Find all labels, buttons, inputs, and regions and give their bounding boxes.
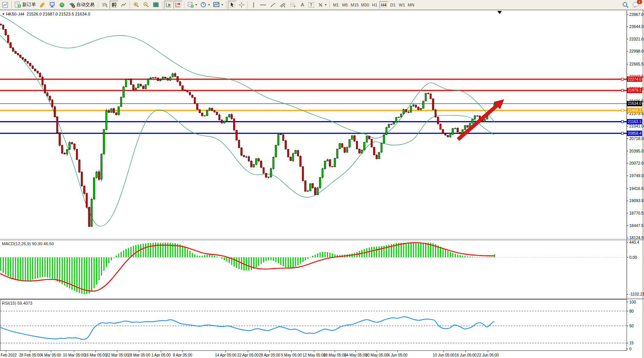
line-chart-button[interactable] [119,1,128,9]
candle-body [359,149,360,153]
candle-body [46,93,48,96]
candle-body [209,108,210,111]
price-tick-label: 19093.5 [629,198,644,203]
candle-body [56,117,58,132]
time-axis-label: 28 Mar 05:00 [128,353,150,357]
candle-body [54,107,56,117]
candle-body [317,188,318,195]
candle-body [10,43,11,48]
candle-body [331,167,333,167]
tf-button-M1[interactable]: M1 [331,1,341,9]
tf-button-W1[interactable]: W1 [398,1,407,9]
tf-button-M15[interactable]: M15 [350,1,360,9]
tile-windows-button[interactable] [151,1,161,9]
candlestick-chart-button[interactable] [110,1,119,9]
tf-button-M5[interactable]: M5 [341,1,350,9]
tf-button-H4[interactable]: H4 [379,1,389,9]
collapse-caret-icon[interactable]: ▼ [2,12,5,16]
macd-indicator-label: MACD(12,26,9) 90.30 46.50 [2,241,54,246]
rsi-indicator-label: RSI(15) 59.4073 [2,301,33,305]
toolbar-separator [226,1,226,9]
cursor-button[interactable] [228,1,237,9]
macd-axis-label: -1102.21 [629,292,644,296]
fibonacci-button[interactable]: F [288,1,298,9]
candle-body [418,107,419,110]
candle-body [361,150,362,153]
time-axis-label: 22 Mar 05:00 [106,353,128,357]
search-button[interactable] [621,1,630,9]
level-handle [621,109,624,112]
candle-body [260,161,262,168]
highlighter-icon[interactable] [38,1,47,9]
signal-glyph [59,2,65,8]
candle-body [88,207,90,226]
candle-body [248,157,249,161]
vertical-line-icon [251,2,256,8]
chat-button[interactable]: 1 [631,1,641,9]
zoom-in-button[interactable] [132,1,141,9]
candle-body [408,112,409,112]
crosshair-button[interactable] [237,1,246,9]
rsi-axis-label: 0 [629,347,632,351]
template-button[interactable]: ▾ [212,1,224,9]
candle-body [226,117,228,121]
period-button[interactable]: ▾ [199,1,211,9]
bar-chart-icon [102,2,108,8]
candle-body [253,164,254,167]
arrows-button[interactable]: ▾ [316,1,328,9]
horizontal-line-button[interactable] [258,1,268,9]
zoom-out-button[interactable] [141,1,151,9]
candle-body [444,134,446,135]
tf-button-H1[interactable]: H1 [370,1,379,9]
candle-body [29,63,31,66]
text-button[interactable]: A [298,1,307,9]
candle-body [432,99,434,110]
signal-icon[interactable] [57,1,67,9]
new-order-button[interactable]: 新订单 [13,1,37,9]
timeframe-toolbar: M1M5M15M30H1H4D1W1MN [331,1,416,9]
candle-body [297,150,299,156]
candle-body [79,160,80,172]
channel-button[interactable]: E [278,1,288,9]
toolbar-separator [184,1,184,9]
level-handle [621,120,624,123]
candle-body [49,96,51,100]
candle-body [179,82,181,86]
text-label-icon: T [308,2,314,8]
time-axis-label: 5 May 05:00 [281,353,302,357]
tf-button-MN[interactable]: MN [407,1,416,9]
candle-body [184,90,186,91]
autotrading-button[interactable]: 自动交易 [67,1,96,9]
price-tick-label: 19749.0 [629,173,644,178]
candle-body [199,109,200,113]
zoom-in-icon [133,2,139,8]
time-axis-label: 10 Mar 05:00 [63,353,85,357]
text-label-button[interactable]: T [307,1,316,9]
candle-body [366,136,367,142]
candle-body [383,135,385,143]
candle-body [152,77,154,78]
candle-body [300,156,301,167]
candle-body [423,101,424,108]
time-axis-label: 4 Mar 05:00 [41,353,61,357]
tf-button-M30[interactable]: M30 [360,1,370,9]
trendline-button[interactable] [268,1,277,9]
candle-body [69,142,70,149]
new-chart-button[interactable]: ▾ [186,1,198,9]
candle-body [182,86,183,90]
bar-chart-button[interactable] [100,1,109,9]
candle-body [118,107,119,115]
rsi-axis-label: 50 [629,324,634,328]
auto-scroll-button[interactable] [164,1,173,9]
candle-body [86,193,87,207]
terminal-icon[interactable] [48,1,57,9]
vertical-line-button[interactable] [249,1,258,9]
chart-canvas[interactable]: 23967.023644.023321.022998.022665.522342… [0,10,644,358]
chart-shift-button[interactable] [173,1,183,9]
candle-body [214,111,215,112]
tf-button-D1[interactable]: D1 [389,1,398,9]
level-handle [621,89,624,92]
chart-page-icon[interactable] [1,1,10,9]
auto-scroll-icon [166,2,172,8]
candle-body [356,141,358,149]
